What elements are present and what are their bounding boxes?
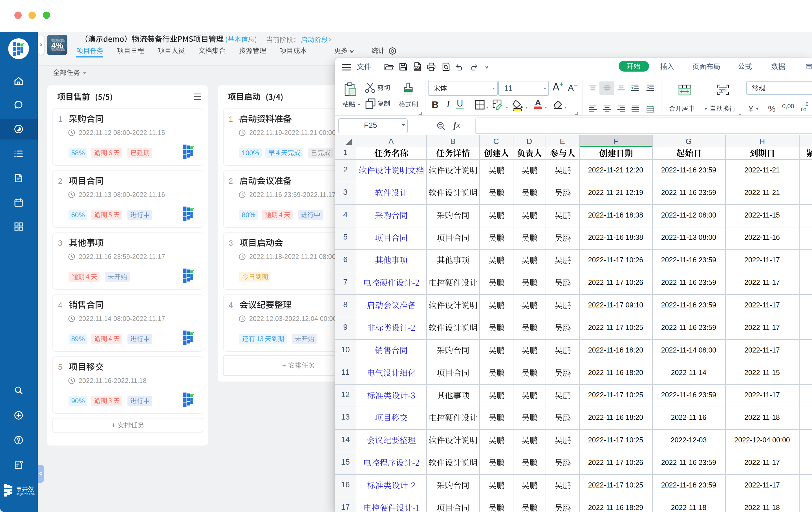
- svg-text:PDF: PDF: [414, 67, 419, 69]
- svg-text:A: A: [535, 98, 541, 107]
